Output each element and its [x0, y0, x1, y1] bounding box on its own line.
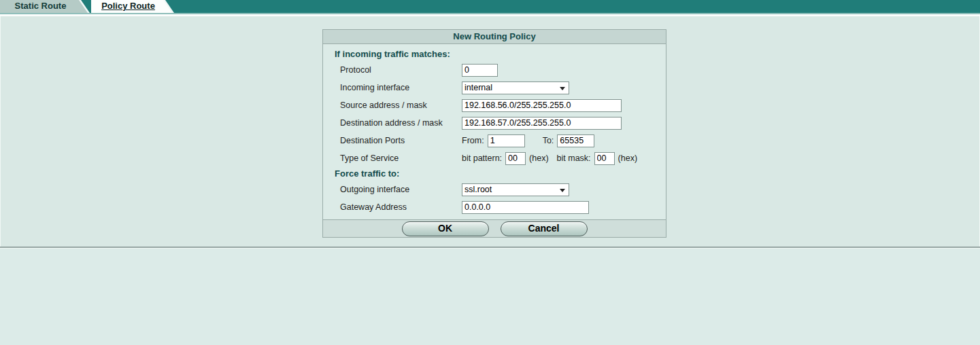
bit-mask-hex-label: (hex): [618, 153, 637, 163]
ok-button[interactable]: OK: [402, 221, 489, 236]
source-address-label: Source address / mask: [340, 101, 462, 110]
bit-pattern-hex-label: (hex): [529, 153, 548, 163]
panel-body: If incoming traffic matches: Protocol In…: [323, 44, 666, 219]
protocol-label: Protocol: [340, 65, 462, 75]
force-section-heading: Force traffic to:: [323, 167, 666, 181]
destination-address-row: Destination address / mask: [323, 114, 666, 132]
destination-ports-label: Destination Ports: [340, 136, 462, 145]
chevron-down-icon: [560, 87, 565, 90]
bit-pattern-input[interactable]: [505, 152, 526, 165]
source-address-input[interactable]: [462, 99, 622, 112]
incoming-interface-select[interactable]: internal: [462, 81, 569, 94]
type-of-service-label: Type of Service: [340, 153, 462, 163]
source-address-row: Source address / mask: [323, 96, 666, 114]
tab-static-route-label: Static Route: [0, 0, 90, 12]
gateway-address-row: Gateway Address: [323, 198, 666, 216]
incoming-interface-row: Incoming interface internal: [323, 79, 666, 96]
page-content-area: New Routing Policy If incoming traffic m…: [0, 16, 980, 247]
ports-from-label: From:: [462, 136, 484, 145]
bit-pattern-label: bit pattern:: [462, 153, 502, 163]
cancel-button[interactable]: Cancel: [501, 221, 588, 236]
gateway-address-label: Gateway Address: [340, 202, 462, 212]
content-bottom-divider-highlight: [0, 248, 980, 249]
outgoing-interface-label: Outgoing interface: [340, 185, 462, 194]
chevron-down-icon: [560, 189, 565, 192]
new-routing-policy-panel: New Routing Policy If incoming traffic m…: [322, 29, 666, 238]
destination-address-label: Destination address / mask: [340, 118, 462, 128]
tab-policy-route[interactable]: Policy Route: [91, 0, 174, 13]
incoming-interface-label: Incoming interface: [340, 83, 462, 92]
outgoing-interface-row: Outgoing interface ssl.root: [323, 181, 666, 198]
type-of-service-row: Type of Service bit pattern: (hex) bit m…: [323, 149, 666, 167]
destination-ports-row: Destination Ports From: To:: [323, 132, 666, 149]
panel-title: New Routing Policy: [323, 30, 666, 44]
outgoing-interface-select[interactable]: ssl.root: [462, 183, 569, 196]
incoming-interface-selected-value: internal: [464, 83, 492, 92]
destination-address-input[interactable]: [462, 117, 622, 130]
ports-from-input[interactable]: [488, 134, 525, 147]
gateway-address-input[interactable]: [462, 201, 589, 214]
ports-to-label: To:: [543, 136, 554, 145]
ports-to-input[interactable]: [557, 134, 594, 147]
protocol-input[interactable]: [462, 64, 498, 77]
button-strip: OK Cancel: [323, 219, 666, 237]
tab-policy-route-label: Policy Route: [91, 0, 174, 12]
outgoing-interface-selected-value: ssl.root: [464, 185, 492, 194]
tab-static-route[interactable]: Static Route: [0, 0, 90, 13]
bit-mask-input[interactable]: [594, 152, 615, 165]
match-section-heading: If incoming traffic matches:: [323, 48, 666, 61]
protocol-row: Protocol: [323, 61, 666, 79]
bit-mask-label: bit mask:: [557, 153, 591, 163]
